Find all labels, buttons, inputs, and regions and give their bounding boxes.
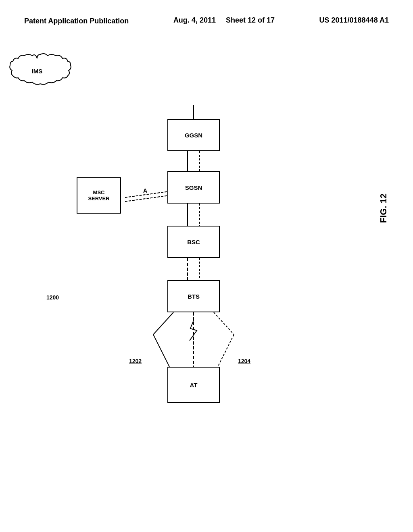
ggsn-node: GGSN [167, 119, 220, 151]
svg-line-9 [214, 312, 234, 335]
bts-node: BTS [167, 280, 220, 312]
ref-1200: 1200 [46, 294, 59, 301]
sheet-info: Sheet 12 of 17 [226, 16, 275, 24]
header-date-sheet: Aug. 4, 2011 Sheet 12 of 17 [173, 16, 275, 25]
interface-a-label: A [143, 187, 147, 194]
sgsn-node: SGSN [167, 171, 220, 204]
svg-line-7 [153, 312, 173, 335]
bsc-node: BSC [167, 226, 220, 258]
svg-text:IMS: IMS [32, 68, 43, 75]
publication-date: Aug. 4, 2011 [173, 16, 216, 24]
diagram-container: IMS GGSN SGSN BSC BTS AT MSC SERVER A FI… [0, 52, 413, 532]
msc-server-node: MSC SERVER [77, 177, 121, 214]
figure-label: FIG. 12 [378, 193, 389, 223]
ref-1204: 1204 [238, 358, 250, 364]
svg-line-8 [153, 335, 169, 367]
ref-1202: 1202 [129, 358, 142, 364]
cloud-shape: IMS [0, 52, 75, 101]
ims-cloud: IMS [0, 52, 75, 101]
page-header: Patent Application Publication Aug. 4, 2… [0, 16, 413, 26]
publication-title: Patent Application Publication [24, 16, 129, 26]
patent-number: US 2011/0188448 A1 [319, 16, 389, 25]
svg-line-10 [218, 335, 234, 367]
at-node: AT [167, 367, 220, 403]
